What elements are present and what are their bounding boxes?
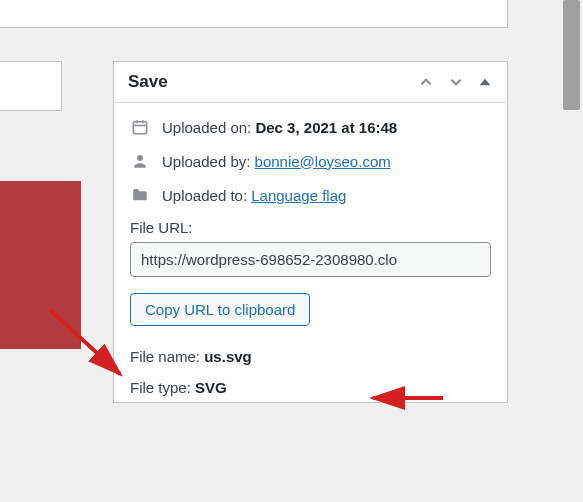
- file-url-input[interactable]: [130, 242, 491, 277]
- panel-controls: [417, 73, 493, 91]
- left-partial-panel: [0, 61, 62, 111]
- copy-url-button[interactable]: Copy URL to clipboard: [130, 293, 310, 326]
- file-name-label: File name:: [130, 348, 200, 365]
- top-partial-panel: [0, 0, 508, 28]
- uploaded-to-row: Uploaded to: Language flag: [130, 185, 491, 205]
- svg-point-5: [137, 155, 143, 161]
- chevron-down-icon[interactable]: [447, 73, 465, 91]
- uploaded-by-link[interactable]: bonnie@loyseo.com: [255, 153, 391, 170]
- file-name-row: File name: us.svg: [130, 348, 491, 365]
- uploaded-to-link[interactable]: Language flag: [251, 187, 346, 204]
- panel-body: Uploaded on: Dec 3, 2021 at 16:48 Upload…: [114, 103, 507, 402]
- uploaded-on-row: Uploaded on: Dec 3, 2021 at 16:48: [130, 117, 491, 137]
- file-url-label: File URL:: [130, 219, 491, 236]
- save-metabox: Save Uploaded on: Dec 3, 2021 at 16:48: [113, 61, 508, 403]
- file-type-label: File type:: [130, 379, 191, 396]
- uploaded-by-row: Uploaded by: bonnie@loyseo.com: [130, 151, 491, 171]
- file-type-value: SVG: [195, 379, 227, 396]
- user-icon: [130, 151, 150, 171]
- image-preview-partial: [0, 181, 81, 349]
- uploaded-on-value: Dec 3, 2021 at 16:48: [255, 119, 397, 136]
- chevron-up-icon[interactable]: [417, 73, 435, 91]
- uploaded-by-label: Uploaded by:: [162, 153, 250, 170]
- scrollbar-thumb[interactable]: [563, 0, 580, 110]
- svg-marker-0: [480, 79, 491, 86]
- uploaded-to-label: Uploaded to:: [162, 187, 247, 204]
- uploaded-on-label: Uploaded on:: [162, 119, 251, 136]
- uploaded-to-text: Uploaded to: Language flag: [162, 187, 346, 204]
- uploaded-by-text: Uploaded by: bonnie@loyseo.com: [162, 153, 391, 170]
- folder-icon: [130, 185, 150, 205]
- scrollbar-track[interactable]: [560, 0, 583, 203]
- uploaded-on-text: Uploaded on: Dec 3, 2021 at 16:48: [162, 119, 397, 136]
- file-name-value: us.svg: [204, 348, 252, 365]
- svg-rect-1: [133, 122, 147, 134]
- calendar-icon: [130, 117, 150, 137]
- caret-up-icon[interactable]: [477, 74, 493, 90]
- save-metabox-header: Save: [114, 62, 507, 103]
- file-type-row: File type: SVG: [130, 379, 491, 396]
- panel-title: Save: [128, 72, 168, 92]
